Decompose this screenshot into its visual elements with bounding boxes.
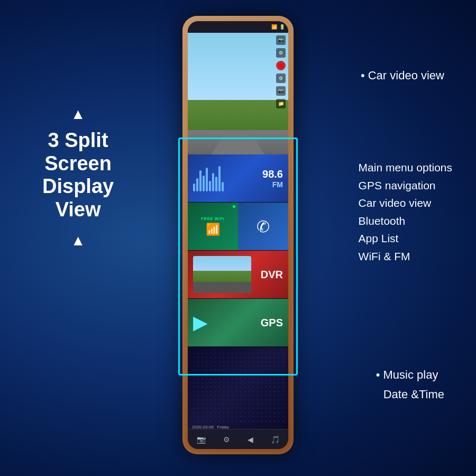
- signal-icon: 📶: [271, 24, 277, 30]
- car-video-view-label-top: Car video view: [361, 69, 444, 83]
- right-middle-annotations: Main menu options GPS navigation Car vid…: [359, 159, 452, 266]
- date-time-label: Date &Time: [376, 385, 444, 404]
- fm-bar-10: [222, 182, 224, 191]
- wifi-section[interactable]: FREE WIFI 📶: [188, 203, 238, 250]
- status-bar: 📶 🔋: [188, 21, 288, 33]
- title-line4: View: [56, 198, 101, 221]
- record-indicator: [279, 63, 283, 68]
- fm-bar-7: [212, 173, 214, 191]
- camera2-icon: 📷: [276, 86, 286, 96]
- nav-settings-icon[interactable]: ⚙: [223, 435, 230, 444]
- car-video-section[interactable]: 📷 ⚙ ⚙ 📷 📁: [188, 33, 288, 154]
- menu-item-car-video: Car video view: [359, 194, 452, 212]
- right-top-annotation: Car video view: [361, 69, 444, 83]
- bottom-content: 2020-03-06 Friday 46 15 Music Unknow ▲: [192, 425, 284, 429]
- arrow-up-top: ▲: [42, 106, 114, 123]
- right-bottom-annotations: Music play Date &Time: [376, 365, 444, 405]
- gear-icon: ⚙: [276, 74, 286, 83]
- device-wrapper: 📶 🔋 📷 ⚙: [182, 16, 294, 454]
- menu-item-wifi-fm: WiFi & FM: [359, 248, 452, 266]
- title-line2: Screen: [44, 152, 112, 175]
- folder-icon: 📁: [276, 99, 286, 108]
- dvr-section[interactable]: DVR: [188, 251, 288, 298]
- menu-item-bluetooth: Bluetooth: [359, 212, 452, 230]
- menu-item-gps: GPS navigation: [359, 177, 452, 195]
- nav-music-icon[interactable]: 🎵: [271, 435, 280, 444]
- menu-item-main: Main menu options: [359, 159, 452, 177]
- settings-cam-icon: ⚙: [276, 48, 286, 58]
- fm-bar-9: [218, 166, 221, 191]
- wifi-text: FREE WIFI: [201, 217, 224, 221]
- day-value: Friday: [217, 425, 229, 429]
- wifi-phone-section[interactable]: FREE WIFI 📶 ✆: [188, 203, 288, 250]
- navigation-bar: 📷 ⚙ ◀ 🎵: [188, 429, 288, 449]
- fm-bar-3: [199, 170, 202, 191]
- main-title: 3 Split Screen Display View: [42, 129, 114, 222]
- gps-arrow-icon: ▶: [193, 312, 208, 334]
- fm-label: FM: [262, 180, 283, 189]
- fm-freq-value: 98.6: [262, 168, 283, 180]
- dvr-label: DVR: [261, 269, 283, 281]
- wifi-status-dot: [233, 205, 235, 208]
- nav-camera-icon[interactable]: 📷: [197, 435, 206, 444]
- camera-icons: 📷 ⚙ ⚙ 📷 📁: [276, 35, 286, 108]
- gps-label: GPS: [261, 317, 283, 329]
- date-value: 2020-03-06: [192, 425, 214, 429]
- fm-bar-5: [206, 168, 208, 191]
- fm-bar-8: [215, 177, 217, 191]
- dvr-preview: [193, 256, 251, 293]
- phone-section[interactable]: ✆: [238, 203, 288, 250]
- nav-back-icon[interactable]: ◀: [248, 435, 253, 444]
- menu-item-app-list: App List: [359, 230, 452, 248]
- gps-section[interactable]: ▶ GPS: [188, 299, 288, 346]
- device-screen: 📶 🔋 📷 ⚙: [188, 21, 288, 449]
- bottom-section[interactable]: 2020-03-06 Friday 46 15 Music Unknow ▲: [188, 347, 288, 429]
- date-display: 2020-03-06 Friday: [192, 425, 284, 429]
- camera-icon: 📷: [276, 35, 286, 45]
- battery-icon: 🔋: [279, 24, 285, 30]
- fm-bar-6: [209, 181, 211, 191]
- title-line3: Display: [42, 175, 114, 197]
- car-device: 📶 🔋 📷 ⚙: [182, 16, 294, 454]
- fm-bar-1: [193, 184, 195, 191]
- car-view-background: [188, 33, 288, 154]
- wifi-icon: 📶: [206, 223, 220, 236]
- fm-bar-4: [203, 176, 205, 191]
- music-play-label: Music play: [376, 365, 444, 385]
- fm-bar-2: [196, 178, 198, 191]
- record-button[interactable]: [276, 61, 286, 70]
- left-section: ▲ 3 Split Screen Display View ▲: [42, 106, 114, 249]
- title-line1: 3 Split: [48, 129, 108, 151]
- fm-section[interactable]: 98.6 FM: [188, 154, 288, 202]
- dot-pattern-bg: [192, 351, 284, 425]
- fm-equalizer: [193, 165, 224, 191]
- fm-frequency: 98.6: [262, 168, 283, 180]
- fm-info: 98.6 FM: [262, 168, 283, 189]
- phone-icon: ✆: [257, 217, 270, 236]
- arrow-up-bottom: ▲: [42, 232, 114, 249]
